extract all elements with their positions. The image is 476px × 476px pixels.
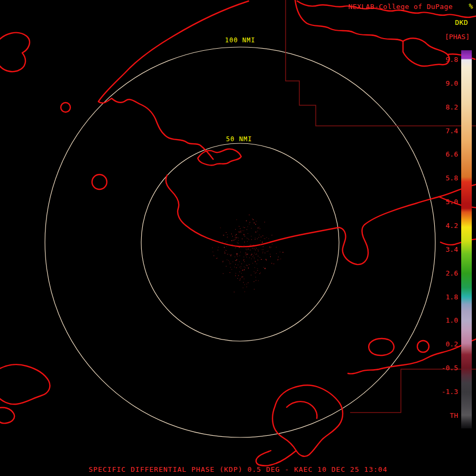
coastlines: [0, 0, 476, 465]
colorbar-tick: 4.2: [446, 222, 458, 230]
colorbar-tick: 9.0: [446, 79, 458, 88]
ring-label-50nmi: 50 NMI: [226, 135, 252, 143]
range-rings: [45, 47, 435, 437]
radar-echoes: [212, 215, 283, 292]
colorbar-tick: 5.8: [446, 174, 458, 182]
colorbar-tick: 7.4: [446, 127, 458, 135]
colorbar-tick: -0.5: [442, 364, 458, 372]
colorbar-ticks: 9.8 9.0 8.2 7.4 6.6 5.8 5.0 4.2 3.4 2.6 …: [434, 56, 458, 420]
range-ring-50nmi: [141, 143, 339, 341]
coastline-island-bottomright: [369, 338, 394, 355]
product-code: DKD: [455, 19, 468, 26]
colorbar-tick: 2.6: [446, 269, 458, 278]
lake-outline: [417, 341, 429, 352]
ring-label-100nmi: 100 NMI: [225, 36, 255, 44]
product-phase-label: [PHAS]: [445, 33, 470, 41]
colorbar-tick: 6.6: [446, 150, 458, 159]
colorbar-tick: 1.8: [446, 293, 458, 301]
site-title: NEXLAB-College of DuPage: [349, 3, 453, 11]
coastline-island-bottomleft: [0, 364, 50, 404]
coastline-central: [166, 175, 476, 264]
colorbar-tick: -1.3: [442, 388, 458, 396]
colorbar-tick: 3.4: [446, 245, 458, 254]
coastline-island-topleft: [0, 33, 30, 72]
product-caption: SPECIFIC DIFFERENTIAL PHASE (KDP) 0.5 DE…: [0, 465, 476, 473]
lake-outline: [61, 103, 70, 112]
coastline-lagoon-inner: [287, 401, 317, 418]
range-ring-100nmi: [45, 47, 435, 437]
colorbar-tick: 0.2: [446, 340, 458, 349]
coastline-islet-bottomleft: [0, 407, 14, 423]
logo-glyph-icon: %: [469, 2, 473, 10]
lake-outline: [92, 175, 107, 189]
coastline-island-tail: [256, 451, 296, 465]
colorbar-tick: 1.0: [446, 316, 458, 325]
ring-labels: 100 NMI 50 NMI: [220, 35, 260, 143]
radar-display: 100 NMI 50 NMI NEXLAB-College of DuPage …: [0, 0, 476, 476]
colorbar-tick: 9.8: [446, 56, 458, 64]
colorbar-tick: 5.0: [446, 198, 458, 206]
map-layer: 100 NMI 50 NMI: [0, 0, 476, 476]
colorbar: [461, 50, 472, 428]
colorbar-tick: 8.2: [446, 103, 458, 112]
coastline-inlet-squiggle: [198, 149, 241, 166]
coastline-island-bottomcenter: [272, 385, 343, 456]
colorbar-tick: TH: [450, 411, 458, 420]
